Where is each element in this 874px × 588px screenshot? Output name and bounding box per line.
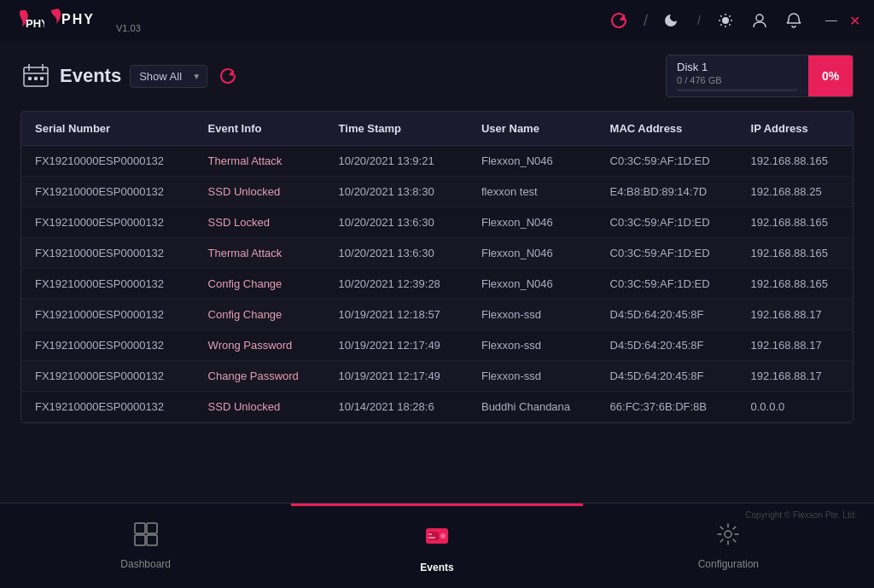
filter-select[interactable]: Show All [130, 65, 207, 88]
nav-item-dashboard[interactable]: Dashboard [0, 504, 291, 588]
events-table-container: Serial Number Event Info Time Stamp User… [20, 111, 854, 423]
table-row[interactable]: FX19210000ESP0000132 Thermal Attack 10/2… [21, 238, 853, 269]
cell-event-info: Thermal Attack [195, 238, 325, 269]
col-timestamp: Time Stamp [325, 112, 468, 146]
col-event-info: Event Info [195, 112, 325, 146]
svg-rect-17 [34, 77, 38, 80]
svg-text:PHY: PHY [26, 17, 44, 30]
disk-percent: 0% [808, 55, 853, 96]
events-refresh-button[interactable] [216, 64, 240, 88]
cell-mac: C0:3C:59:AF:1D:ED [597, 269, 737, 300]
cell-event-info: Config Change [195, 269, 325, 300]
table-row[interactable]: FX19210000ESP0000132 SSD Unlocked 10/20/… [21, 177, 853, 207]
cell-ip: 192.168.88.165 [737, 238, 853, 269]
moon-icon[interactable] [663, 11, 682, 30]
cell-timestamp: 10/20/2021 13:6:30 [325, 207, 468, 238]
cell-serial: FX19210000ESP0000132 [21, 269, 195, 300]
cell-ip: 192.168.88.17 [737, 330, 853, 361]
events-icon [20, 61, 51, 91]
app-title: PHY [50, 7, 109, 35]
cell-username: Flexxon_N046 [468, 238, 597, 269]
cell-event-info: Config Change [195, 300, 325, 330]
svg-rect-24 [428, 532, 439, 540]
nav-item-configuration[interactable]: Configuration [583, 504, 874, 588]
cell-mac: C0:3C:59:AF:1D:ED [597, 207, 737, 238]
refresh-icon[interactable] [609, 11, 628, 30]
cell-serial: FX19210000ESP0000132 [21, 146, 195, 177]
cell-mac: D4:5D:64:20:45:8F [597, 361, 737, 392]
events-nav-icon [422, 521, 452, 556]
cell-username: Flexxon-ssd [468, 330, 597, 361]
events-title: Events [60, 65, 121, 87]
svg-line-8 [729, 24, 730, 25]
nav-label-configuration: Configuration [698, 558, 759, 570]
table-row[interactable]: FX19210000ESP0000132 Change Password 10/… [21, 361, 853, 392]
dashboard-icon [133, 521, 159, 553]
cell-username: flexxon test [468, 177, 597, 207]
cell-mac: C0:3C:59:AF:1D:ED [597, 238, 737, 269]
svg-rect-20 [147, 523, 157, 533]
disk-bar-container [677, 89, 798, 91]
main-content: Events Show All ▼ Disk 1 0 / 476 GB [0, 41, 874, 503]
svg-rect-19 [135, 523, 145, 533]
cell-timestamp: 10/19/2021 12:17:49 [325, 330, 468, 361]
svg-rect-26 [428, 533, 432, 535]
divider-2: / [697, 14, 701, 27]
svg-point-11 [756, 15, 763, 21]
cell-event-info: Wrong Password [195, 330, 325, 361]
cell-ip: 0.0.0.0 [737, 392, 853, 422]
configuration-icon [715, 521, 741, 553]
table-row[interactable]: FX19210000ESP0000132 Wrong Password 10/1… [21, 330, 853, 361]
svg-point-28 [725, 531, 731, 538]
cell-ip: 192.168.88.165 [737, 146, 853, 177]
user-icon[interactable] [750, 11, 769, 30]
svg-point-2 [722, 17, 729, 24]
svg-rect-22 [147, 535, 157, 545]
sun-icon[interactable] [716, 11, 735, 30]
logo-area: PHY PHY V1.03 [14, 5, 141, 36]
cell-mac: C0:3C:59:AF:1D:ED [597, 146, 737, 177]
logo-icon: PHY [14, 5, 44, 36]
cell-ip: 192.168.88.25 [737, 177, 853, 207]
filter-wrapper[interactable]: Show All ▼ [130, 65, 207, 88]
disk-name: Disk 1 [677, 61, 798, 73]
nav-label-dashboard: Dashboard [120, 558, 171, 570]
cell-ip: 192.168.88.165 [737, 207, 853, 238]
col-serial: Serial Number [21, 112, 195, 146]
cell-username: Flexxon_N046 [468, 269, 597, 300]
cell-username: Buddhi Chandana [468, 392, 597, 422]
cell-timestamp: 10/19/2021 12:18:57 [325, 300, 468, 330]
nav-item-events[interactable]: Events [291, 504, 582, 588]
cell-timestamp: 10/20/2021 13:9:21 [325, 146, 468, 177]
events-table: Serial Number Event Info Time Stamp User… [21, 112, 853, 422]
table-row[interactable]: FX19210000ESP0000132 Config Change 10/19… [21, 300, 853, 330]
cell-serial: FX19210000ESP0000132 [21, 177, 195, 207]
cell-event-info: Change Password [195, 361, 325, 392]
table-row[interactable]: FX19210000ESP0000132 SSD Locked 10/20/20… [21, 207, 853, 238]
cell-event-info: SSD Unlocked [195, 392, 325, 422]
table-row[interactable]: FX19210000ESP0000132 Thermal Attack 10/2… [21, 146, 853, 177]
close-button[interactable]: ✕ [849, 13, 860, 29]
minimize-button[interactable]: — [825, 13, 837, 29]
cell-ip: 192.168.88.17 [737, 361, 853, 392]
bell-icon[interactable] [784, 11, 803, 30]
table-row[interactable]: FX19210000ESP0000132 Config Change 10/20… [21, 269, 853, 300]
svg-point-25 [440, 533, 446, 539]
cell-timestamp: 10/20/2021 13:6:30 [325, 238, 468, 269]
cell-serial: FX19210000ESP0000132 [21, 392, 195, 422]
svg-rect-18 [40, 77, 44, 80]
cell-timestamp: 10/20/2021 12:39:28 [325, 269, 468, 300]
disk-space: 0 / 476 GB [677, 75, 798, 85]
cell-mac: 66:FC:37:6B:DF:8B [597, 392, 737, 422]
cell-event-info: SSD Locked [195, 207, 325, 238]
cell-timestamp: 10/19/2021 12:17:49 [325, 361, 468, 392]
svg-rect-16 [28, 77, 32, 80]
disk-info-left: Disk 1 0 / 476 GB [667, 55, 808, 96]
col-mac: MAC Address [597, 112, 737, 146]
col-username: User Name [468, 112, 597, 146]
cell-mac: E4:B8:BD:89:14:7D [597, 177, 737, 207]
cell-username: Flexxon-ssd [468, 300, 597, 330]
table-row[interactable]: FX19210000ESP0000132 SSD Unlocked 10/14/… [21, 392, 853, 422]
cell-ip: 192.168.88.17 [737, 300, 853, 330]
cell-ip: 192.168.88.165 [737, 269, 853, 300]
